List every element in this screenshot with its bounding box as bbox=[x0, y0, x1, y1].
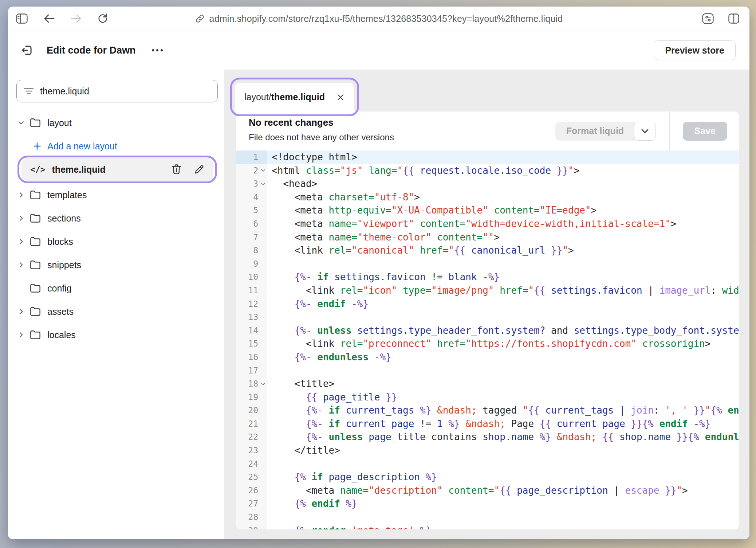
code-line-16[interactable]: 16 {%- endunless -%} bbox=[236, 351, 739, 364]
folder-label: layout bbox=[47, 118, 72, 128]
sidebar-toggle-icon[interactable] bbox=[16, 13, 28, 24]
sidebar-item-config[interactable]: config bbox=[8, 277, 224, 300]
code-line-6[interactable]: 6 <meta name="viewport" content="width=d… bbox=[236, 217, 739, 231]
url-text: admin.shopify.com/store/rzq1xu-f5/themes… bbox=[209, 13, 563, 24]
line-number: 1 bbox=[236, 150, 267, 164]
sidebar-item-snippets[interactable]: snippets bbox=[8, 253, 224, 277]
chevron-right-icon bbox=[17, 191, 25, 199]
folder-icon bbox=[30, 330, 41, 340]
line-number: 2 bbox=[236, 164, 267, 177]
status-title: No recent changes bbox=[249, 117, 555, 128]
page-settings-icon[interactable] bbox=[702, 13, 714, 24]
code-line-3[interactable]: 3 <head> bbox=[236, 177, 739, 191]
save-button[interactable]: Save bbox=[683, 122, 727, 141]
delete-file-icon[interactable] bbox=[172, 164, 181, 175]
file-tree: layoutAdd a new layout</>theme.liquidtem… bbox=[8, 111, 224, 347]
code-line-7[interactable]: 7 <meta name="theme-color" content=""> bbox=[236, 231, 739, 244]
code-line-28[interactable]: 28 bbox=[236, 510, 739, 524]
chevron-right-icon bbox=[17, 308, 25, 315]
chevron-right-icon bbox=[17, 238, 25, 245]
code-line-2[interactable]: 2<html class="js" lang="{{ request.local… bbox=[236, 164, 739, 177]
code-text: {%- if current_tags %} &ndash; tagged "{… bbox=[267, 404, 739, 417]
folder-icon bbox=[30, 118, 41, 128]
editor-main: layout/theme.liquid No recent changes Fi… bbox=[224, 70, 749, 539]
code-line-22[interactable]: 22 {%- unless page_title contains shop.n… bbox=[236, 430, 739, 444]
code-editor[interactable]: 1<!doctype html>2<html class="js" lang="… bbox=[236, 150, 739, 529]
line-number: 28 bbox=[236, 510, 267, 524]
folder-icon bbox=[30, 190, 41, 200]
code-line-4[interactable]: 4 <meta charset="utf-8"> bbox=[236, 191, 739, 204]
add-new-layout-link[interactable]: Add a new layout bbox=[8, 134, 224, 158]
format-liquid-split-button: Format liquid bbox=[555, 122, 656, 141]
code-text: {%- unless page_title contains shop.name… bbox=[267, 430, 739, 444]
code-line-23[interactable]: 23 </title> bbox=[236, 444, 739, 457]
sidebar-item-theme-liquid[interactable]: </>theme.liquid bbox=[21, 158, 213, 181]
code-text: <link rel="canonical" href="{{ canonical… bbox=[267, 244, 739, 257]
code-line-12[interactable]: 12 {%- endif -%} bbox=[236, 297, 739, 311]
code-line-15[interactable]: 15 <link rel="preconnect" href="https://… bbox=[236, 337, 739, 351]
code-text: <meta http-equiv="X-UA-Compatible" conte… bbox=[267, 204, 739, 217]
code-line-1[interactable]: 1<!doctype html> bbox=[236, 150, 739, 164]
tab-layout-theme-liquid[interactable]: layout/theme.liquid bbox=[235, 83, 354, 111]
sidebar-item-sections[interactable]: sections bbox=[8, 207, 224, 230]
format-liquid-dropdown[interactable] bbox=[634, 122, 656, 141]
code-line-14[interactable]: 14 {%- unless settings.type_header_font.… bbox=[236, 324, 739, 337]
code-line-24[interactable]: 24 bbox=[236, 457, 739, 471]
code-line-21[interactable]: 21 {%- if current_page != 1 %} &ndash; P… bbox=[236, 417, 739, 431]
tab-close-icon[interactable] bbox=[336, 93, 344, 101]
code-text: </title> bbox=[267, 444, 739, 457]
code-line-11[interactable]: 11 <link rel="icon" type="image/png" hre… bbox=[236, 284, 739, 297]
code-text: {%- unless settings.type_header_font.sys… bbox=[267, 324, 739, 337]
code-line-27[interactable]: 27 {% endif %} bbox=[236, 497, 739, 510]
split-view-icon[interactable] bbox=[728, 13, 739, 24]
folder-label: templates bbox=[47, 190, 87, 200]
preview-store-button[interactable]: Preview store bbox=[654, 40, 736, 60]
code-line-8[interactable]: 8 <link rel="canonical" href="{{ canonic… bbox=[236, 244, 739, 257]
file-search-value: theme.liquid bbox=[40, 86, 89, 97]
line-number: 18 bbox=[236, 377, 267, 391]
line-number: 20 bbox=[236, 404, 267, 417]
sidebar-item-locales[interactable]: locales bbox=[8, 323, 224, 347]
format-liquid-button[interactable]: Format liquid bbox=[555, 122, 635, 141]
more-menu-icon[interactable] bbox=[151, 48, 164, 52]
folder-icon bbox=[30, 260, 41, 270]
code-line-9[interactable]: 9 bbox=[236, 257, 739, 271]
line-number: 3 bbox=[236, 177, 267, 191]
code-text bbox=[267, 364, 739, 377]
sidebar-item-layout[interactable]: layout bbox=[8, 111, 224, 134]
code-text: {%- if current_page != 1 %} &ndash; Page… bbox=[267, 417, 739, 431]
reload-icon[interactable] bbox=[98, 13, 108, 24]
code-line-18[interactable]: 18 <title> bbox=[236, 377, 739, 391]
line-number: 13 bbox=[236, 310, 267, 324]
sidebar-item-blocks[interactable]: blocks bbox=[8, 230, 224, 253]
folder-label: snippets bbox=[47, 260, 81, 270]
line-number: 14 bbox=[236, 324, 267, 337]
code-line-25[interactable]: 25 {% if page_description %} bbox=[236, 470, 739, 484]
code-text bbox=[267, 457, 739, 471]
code-line-20[interactable]: 20 {%- if current_tags %} &ndash; tagged… bbox=[236, 404, 739, 417]
code-line-29[interactable]: 29 {% render 'meta-tags' %} bbox=[236, 524, 739, 529]
address-bar[interactable]: admin.shopify.com/store/rzq1xu-f5/themes… bbox=[8, 7, 749, 31]
code-line-13[interactable]: 13 bbox=[236, 310, 739, 324]
rename-file-icon[interactable] bbox=[194, 164, 204, 175]
code-line-10[interactable]: 10 {%- if settings.favicon != blank -%} bbox=[236, 270, 739, 284]
fold-toggle[interactable] bbox=[260, 164, 266, 177]
back-button-icon[interactable] bbox=[44, 14, 55, 23]
line-number: 4 bbox=[236, 191, 267, 204]
code-line-17[interactable]: 17 bbox=[236, 364, 739, 377]
code-text: <html class="js" lang="{{ request.locale… bbox=[267, 164, 739, 177]
fold-toggle[interactable] bbox=[260, 177, 266, 191]
fold-toggle[interactable] bbox=[260, 377, 266, 391]
file-search-input[interactable]: theme.liquid bbox=[16, 80, 218, 102]
sidebar-item-assets[interactable]: assets bbox=[8, 300, 224, 323]
sidebar-item-templates[interactable]: templates bbox=[8, 183, 224, 207]
status-subtitle: File does not have any other versions bbox=[249, 132, 555, 142]
code-line-5[interactable]: 5 <meta http-equiv="X-UA-Compatible" con… bbox=[236, 204, 739, 217]
code-line-26[interactable]: 26 <meta name="description" content="{{ … bbox=[236, 484, 739, 497]
folder-label: config bbox=[47, 283, 72, 294]
line-number: 10 bbox=[236, 270, 267, 284]
exit-editor-icon[interactable] bbox=[20, 44, 34, 57]
code-line-19[interactable]: 19 {{ page_title }} bbox=[236, 391, 739, 404]
line-number: 27 bbox=[236, 497, 267, 510]
forward-button-icon[interactable] bbox=[71, 14, 82, 23]
